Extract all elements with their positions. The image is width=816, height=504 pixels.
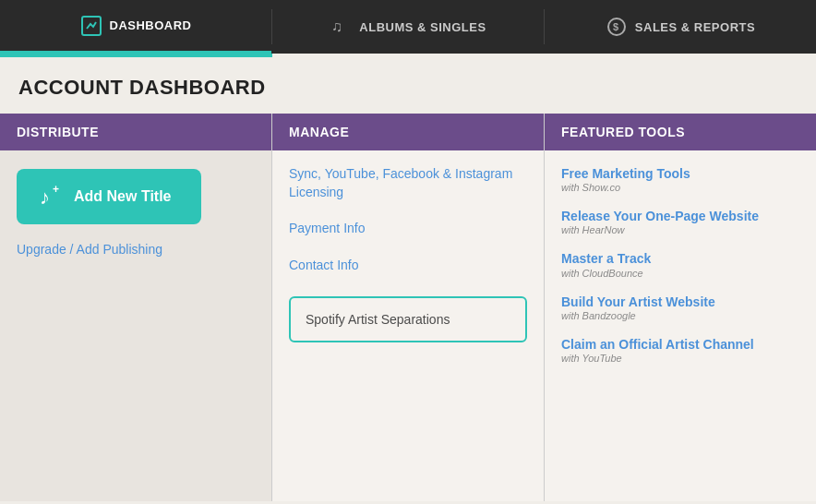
featured-tools-column: FEATURED TOOLS Free Marketing Tools with… (545, 114, 816, 501)
distribute-column: DISTRIBUTE ♪ + Add New Title Upgrade / A… (0, 114, 272, 501)
tool-free-marketing[interactable]: Free Marketing Tools with Show.co (561, 165, 799, 193)
manage-header: MANAGE (272, 114, 544, 150)
distribute-header: DISTRIBUTE (0, 114, 271, 150)
tool-master-track[interactable]: Master a Track with CloudBounce (561, 250, 799, 278)
tool-official-artist-channel-subtitle: with YouTube (561, 353, 799, 364)
tool-artist-website-title: Build Your Artist Website (561, 294, 799, 310)
tool-artist-website[interactable]: Build Your Artist Website with Bandzoogl… (561, 294, 799, 321)
tool-free-marketing-subtitle: with Show.co (561, 182, 799, 193)
dashboard-icon (80, 15, 102, 37)
svg-text:♪: ♪ (40, 186, 50, 209)
tool-master-track-title: Master a Track (561, 250, 799, 267)
add-title-icon: ♪ + (35, 182, 65, 211)
upgrade-publishing-link[interactable]: Upgrade / Add Publishing (17, 242, 162, 257)
manage-column: MANAGE Sync, YouTube, Facebook & Instagr… (272, 114, 545, 501)
tool-one-page-website[interactable]: Release Your One-Page Website with HearN… (561, 208, 799, 235)
top-navigation: DASHBOARD ♫ ALBUMS & SINGLES $ SALES & R… (0, 0, 816, 57)
page-title: ACCOUNT DASHBOARD (18, 76, 798, 100)
nav-sales[interactable]: $ SALES & REPORTS (545, 0, 816, 54)
payment-info-link[interactable]: Payment Info (289, 220, 527, 238)
svg-text:+: + (53, 184, 59, 196)
contact-info-link[interactable]: Contact Info (289, 257, 527, 275)
spotify-box[interactable]: Spotify Artist Separations (289, 296, 527, 342)
spotify-artist-separations-link[interactable]: Spotify Artist Separations (306, 312, 450, 327)
nav-albums[interactable]: ♫ ALBUMS & SINGLES (272, 0, 544, 54)
tool-free-marketing-title: Free Marketing Tools (561, 165, 799, 182)
featured-body: Free Marketing Tools with Show.co Releas… (545, 150, 816, 393)
tool-official-artist-channel-title: Claim an Official Artist Channel (561, 336, 799, 353)
nav-dashboard[interactable]: DASHBOARD (0, 0, 271, 54)
tool-master-track-subtitle: with CloudBounce (561, 268, 799, 279)
manage-body: Sync, YouTube, Facebook & Instagram Lice… (272, 150, 544, 357)
distribute-body: ♪ + Add New Title Upgrade / Add Publishi… (0, 150, 271, 276)
sales-icon: $ (606, 16, 628, 38)
featured-header: FEATURED TOOLS (545, 114, 816, 150)
tool-one-page-website-title: Release Your One-Page Website (561, 208, 799, 224)
albums-icon: ♫ (330, 16, 352, 38)
main-content: DISTRIBUTE ♪ + Add New Title Upgrade / A… (0, 114, 816, 501)
add-new-title-button[interactable]: ♪ + Add New Title (17, 169, 201, 224)
tool-one-page-website-subtitle: with HearNow (561, 224, 799, 235)
nav-sales-label: SALES & REPORTS (635, 20, 755, 34)
page-title-area: ACCOUNT DASHBOARD (0, 57, 816, 114)
nav-dashboard-label: DASHBOARD (110, 18, 192, 32)
add-new-title-label: Add New Title (74, 188, 172, 205)
svg-text:♫: ♫ (331, 18, 343, 34)
nav-albums-label: ALBUMS & SINGLES (359, 20, 486, 34)
tool-artist-website-subtitle: with Bandzoogle (561, 310, 799, 321)
svg-text:$: $ (613, 21, 619, 32)
tool-official-artist-channel[interactable]: Claim an Official Artist Channel with Yo… (561, 336, 799, 364)
sync-licensing-link[interactable]: Sync, YouTube, Facebook & Instagram Lice… (289, 165, 527, 201)
